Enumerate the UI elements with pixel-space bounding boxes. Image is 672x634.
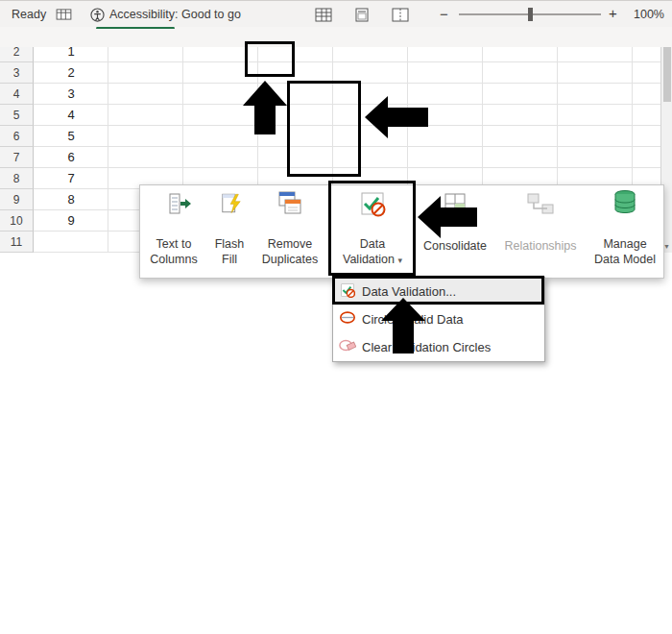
cell-a8[interactable]: 7 xyxy=(34,168,108,189)
consolidate-label: Consolidate xyxy=(415,239,495,253)
macro-record-icon[interactable] xyxy=(56,9,72,20)
row-header-8[interactable]: 8 xyxy=(0,168,34,189)
menu-item-data-validation[interactable]: Data Validation... xyxy=(333,278,544,305)
data-validation-menu: Data Validation... Circle Invalid Data C… xyxy=(332,277,545,362)
gridline xyxy=(34,61,660,62)
row-header-9[interactable]: 9 xyxy=(0,189,34,210)
cell-a6[interactable]: 5 xyxy=(34,126,108,147)
menu-item-clear-validation-circles[interactable]: Clear Validation Circles xyxy=(333,333,544,361)
gridline xyxy=(34,146,660,147)
row-header-11[interactable]: 11 xyxy=(0,232,34,253)
menu-item-clear-validation-circles-label: Clear Validation Circles xyxy=(362,340,491,354)
gridline xyxy=(34,125,660,126)
cell-a5[interactable]: 4 xyxy=(34,105,108,126)
remove-duplicates-label-1: Remove xyxy=(253,237,326,251)
row-header-3[interactable]: 3 xyxy=(0,62,34,84)
accessibility-icon xyxy=(90,8,105,22)
zoom-slider-thumb[interactable] xyxy=(528,8,533,21)
menu-item-data-validation-label: Data Validation... xyxy=(362,284,456,299)
consolidate-button[interactable] xyxy=(417,187,493,278)
normal-view-icon[interactable] xyxy=(315,8,332,22)
menu-item-circle-invalid-data-label: Circle Invalid Data xyxy=(362,312,464,327)
gridline xyxy=(34,104,660,105)
data-tools-panel: Text to Columns Flash Fill Remove Duplic… xyxy=(139,184,664,279)
manage-data-model-label-1: Manage xyxy=(586,237,664,251)
data-validation-label-2-text: Validation xyxy=(343,253,395,266)
flash-fill-label-1: Flash xyxy=(207,237,252,251)
clear-validation-circles-icon xyxy=(333,338,362,356)
excel-window: × File Home Insert Page Form Data Revie … xyxy=(0,0,672,634)
page-layout-view-icon[interactable] xyxy=(353,8,371,22)
row-header-6[interactable]: 6 xyxy=(0,126,34,147)
row-header-4[interactable]: 4 xyxy=(0,84,34,105)
cell-a10[interactable]: 9 xyxy=(34,210,108,232)
manage-data-model-label-2: Data Model xyxy=(586,253,664,266)
data-validation-mini-icon xyxy=(333,282,362,302)
relationships-button xyxy=(495,187,586,278)
data-validation-label-1: Data xyxy=(330,237,415,251)
cell-a9[interactable]: 8 xyxy=(34,189,108,210)
page-break-preview-icon[interactable] xyxy=(392,8,409,22)
zoom-out-button[interactable]: − xyxy=(440,6,448,22)
row-header-7[interactable]: 7 xyxy=(0,147,34,168)
chevron-down-icon: ▾ xyxy=(397,256,402,265)
accessibility-status[interactable]: Accessibility: Good to go xyxy=(109,8,241,21)
zoom-level[interactable]: 100% xyxy=(626,8,664,21)
text-to-columns-label-2: Columns xyxy=(140,253,207,266)
cell-a7[interactable]: 6 xyxy=(34,147,108,168)
flash-fill-label-2: Fill xyxy=(207,253,252,266)
gridline xyxy=(34,83,660,84)
menu-item-circle-invalid-data[interactable]: Circle Invalid Data xyxy=(333,305,544,333)
cell-a3[interactable]: 2 xyxy=(34,62,108,84)
gridline xyxy=(34,167,660,168)
circle-invalid-data-icon xyxy=(333,310,362,329)
row-header-5[interactable]: 5 xyxy=(0,105,34,126)
cell-a4[interactable]: 3 xyxy=(34,84,108,105)
text-to-columns-label-1: Text to xyxy=(140,237,207,251)
remove-duplicates-label-2: Duplicates xyxy=(253,253,326,266)
zoom-in-button[interactable]: + xyxy=(609,5,617,21)
data-validation-label-2: Validation ▾ xyxy=(330,253,415,266)
row-header-10[interactable]: 10 xyxy=(0,210,34,232)
relationships-label: Relationships xyxy=(493,239,588,253)
status-bar: Ready Accessibility: Good to go xyxy=(0,0,672,27)
ready-status: Ready xyxy=(12,8,46,21)
